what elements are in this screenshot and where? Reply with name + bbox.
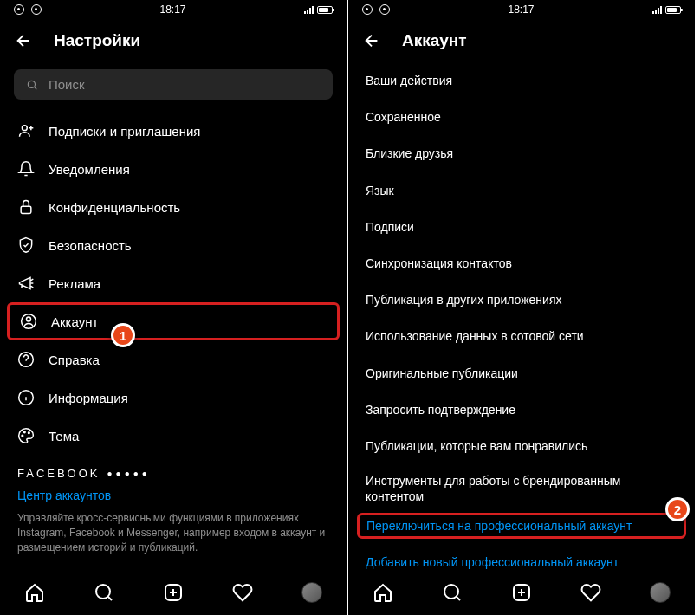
svg-point-12 <box>444 585 458 599</box>
svg-point-10 <box>96 585 110 599</box>
settings-item-label: Аккаунт <box>51 314 98 329</box>
account-item-branded-content[interactable]: Инструменты для работы с брендированным … <box>348 464 695 513</box>
viber-icon <box>379 4 390 15</box>
status-time: 18:17 <box>159 3 185 16</box>
account-item-add-pro[interactable]: Добавить новый профессиональный аккаунт <box>348 544 695 573</box>
account-item-original-posts[interactable]: Оригинальные публикации <box>348 355 695 392</box>
account-item-close-friends[interactable]: Близкие друзья <box>348 135 695 172</box>
nav-profile-avatar[interactable] <box>301 582 322 603</box>
settings-item-label: Тема <box>49 429 79 443</box>
battery-icon <box>317 6 333 14</box>
account-item-request-verification[interactable]: Запросить подтверждение <box>348 392 695 428</box>
settings-item-label: Уведомления <box>49 162 130 177</box>
settings-item-label: Конфиденциальность <box>49 200 180 215</box>
signal-icon <box>652 5 662 14</box>
settings-item-theme[interactable]: Тема <box>0 417 347 455</box>
info-icon <box>17 389 35 406</box>
megaphone-icon <box>17 275 35 292</box>
shield-icon <box>17 236 35 254</box>
battery-icon <box>665 6 681 14</box>
status-bar: 18:17 <box>348 0 695 19</box>
account-item-captions[interactable]: Подписи <box>348 209 695 245</box>
svg-point-8 <box>24 431 26 433</box>
nav-home-icon[interactable] <box>373 582 393 603</box>
viber-icon <box>362 4 373 15</box>
nav-add-icon[interactable] <box>163 582 184 603</box>
account-item-liked-posts[interactable]: Публикации, которые вам понравились <box>348 428 695 464</box>
settings-item-security[interactable]: Безопасность <box>0 226 347 264</box>
bottom-nav <box>348 573 695 615</box>
settings-item-label: Подписки и приглашения <box>49 124 200 139</box>
account-item-switch-pro[interactable]: Переключиться на профессиональный аккаун… <box>357 513 686 539</box>
bottom-nav <box>0 573 347 615</box>
settings-item-ads[interactable]: Реклама <box>0 264 347 302</box>
svg-point-9 <box>29 432 30 434</box>
nav-heart-icon[interactable] <box>232 582 253 603</box>
settings-list: Подписки и приглашения Уведомления Конфи… <box>0 112 347 573</box>
nav-home-icon[interactable] <box>24 582 45 603</box>
account-item-saved[interactable]: Сохраненное <box>348 99 695 135</box>
settings-item-account[interactable]: Аккаунт <box>7 302 340 340</box>
settings-item-privacy[interactable]: Конфиденциальность <box>0 188 347 226</box>
account-list: Ваши действия Сохраненное Близкие друзья… <box>348 62 695 573</box>
settings-item-label: Справка <box>49 353 100 367</box>
svg-point-7 <box>22 435 23 437</box>
account-screen: 18:17 Аккаунт Ваши действия Сохраненное … <box>348 0 695 615</box>
footer-description: Управляйте кросс-сервисными функциями в … <box>17 511 329 554</box>
back-button[interactable] <box>14 31 33 50</box>
instagram-small-icon: ● <box>125 469 130 478</box>
footer-section: FACEBOOK ● ● ● ● ● Центр аккаунтов Управ… <box>0 455 347 560</box>
help-icon <box>17 351 35 368</box>
messenger-small-icon: ● <box>116 469 121 478</box>
settings-item-info[interactable]: Информация <box>0 379 347 417</box>
settings-screen: 18:17 Настройки Поиск Подписки и приглаш… <box>0 0 347 615</box>
bell-icon <box>17 160 35 178</box>
palette-icon <box>17 427 35 444</box>
back-button[interactable] <box>362 31 381 50</box>
settings-item-label: Безопасность <box>49 238 132 253</box>
status-bar: 18:17 <box>0 0 347 19</box>
header: Настройки <box>0 19 347 62</box>
viber-icon <box>31 4 42 15</box>
nav-add-icon[interactable] <box>511 582 532 603</box>
accounts-center-link[interactable]: Центр аккаунтов <box>17 489 329 502</box>
lock-icon <box>17 198 35 216</box>
person-plus-icon <box>17 122 35 139</box>
svg-point-0 <box>28 81 35 87</box>
page-title: Настройки <box>54 31 140 50</box>
search-input[interactable]: Поиск <box>14 69 333 100</box>
svg-point-1 <box>22 126 27 131</box>
nav-heart-icon[interactable] <box>580 582 601 603</box>
annotation-marker-1: 1 <box>111 323 135 347</box>
status-time: 18:17 <box>508 3 534 16</box>
page-title: Аккаунт <box>402 31 467 50</box>
svg-point-4 <box>27 317 31 321</box>
facebook-brand: FACEBOOK ● ● ● ● ● <box>17 467 329 480</box>
oculus-small-icon: ● <box>142 469 147 478</box>
account-item-language[interactable]: Язык <box>348 172 695 209</box>
account-item-sharing[interactable]: Публикация в других приложениях <box>348 282 695 318</box>
settings-item-notifications[interactable]: Уведомления <box>0 150 347 188</box>
settings-item-label: Информация <box>49 391 128 405</box>
svg-rect-2 <box>21 206 31 213</box>
search-placeholder: Поиск <box>49 77 85 92</box>
viber-icon <box>14 4 24 15</box>
header: Аккаунт <box>348 19 695 62</box>
settings-item-help[interactable]: Справка <box>0 340 347 379</box>
search-icon <box>26 79 38 91</box>
nav-profile-avatar[interactable] <box>650 582 671 603</box>
nav-search-icon[interactable] <box>94 582 114 603</box>
settings-item-subscriptions[interactable]: Подписки и приглашения <box>0 112 347 150</box>
signal-icon <box>304 5 314 14</box>
account-item-activity[interactable]: Ваши действия <box>348 62 695 99</box>
settings-item-label: Реклама <box>49 276 100 291</box>
whatsapp-small-icon: ● <box>133 469 139 478</box>
user-circle-icon <box>20 313 37 330</box>
account-item-cellular-data[interactable]: Использование данных в сотовой сети <box>348 318 695 354</box>
account-item-contact-sync[interactable]: Синхронизация контактов <box>348 245 695 282</box>
nav-search-icon[interactable] <box>442 582 463 603</box>
facebook-small-icon: ● <box>107 469 113 478</box>
